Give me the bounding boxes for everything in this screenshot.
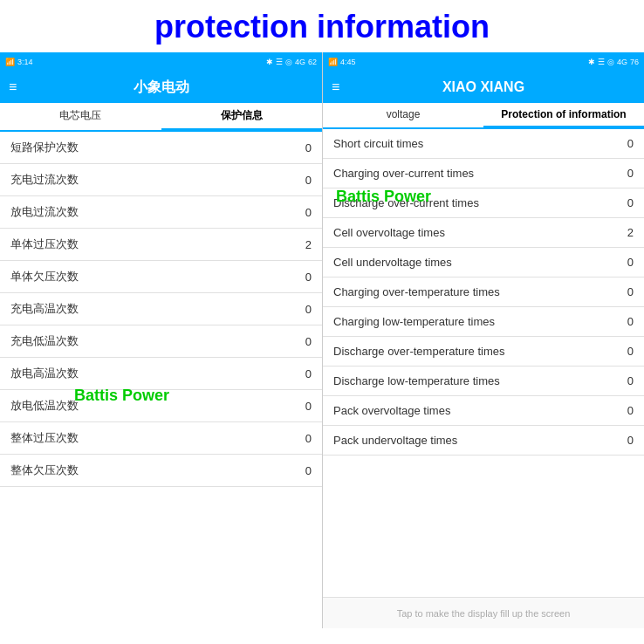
left-row-8-value: 0	[294, 400, 312, 413]
footer-tap-area[interactable]: Tap to make the display fill up the scre…	[323, 597, 644, 628]
page-title: protection information	[0, 0, 644, 52]
left-row-9-value: 0	[294, 432, 312, 445]
right-row-2-label: Discharge over-current times	[333, 196, 616, 209]
right-row-6-label: Charging low-temperature times	[333, 315, 616, 328]
left-menu-icon[interactable]: ≡	[9, 79, 17, 95]
left-status-bar: 📶 3:14 ✱ ☰ ◎ 4G 62	[0, 52, 322, 72]
table-row: Discharge over-temperature times 0	[323, 337, 644, 367]
left-data-list: 短路保护次数 0 充电过流次数 0 放电过流次数 0 单体过压次数 2 单体欠压…	[0, 132, 322, 628]
table-row: 充电过流次数 0	[0, 164, 322, 196]
table-row: Short circuit times 0	[323, 129, 644, 159]
table-row: 单体过压次数 2	[0, 229, 322, 261]
left-battery-icon: 62	[308, 58, 317, 66]
left-4g-icon: 4G	[295, 58, 305, 66]
table-row: Discharge over-current times 0	[323, 188, 644, 218]
table-row: Pack overvoltage times 0	[323, 396, 644, 426]
table-row: Pack undervoltage times 0	[323, 426, 644, 456]
right-row-3-label: Cell overvoltage times	[333, 226, 616, 239]
right-status-icons: ✱ ☰ ◎ 4G 76	[588, 58, 639, 66]
right-row-0-value: 0	[616, 137, 634, 150]
left-bt-icon: ✱	[266, 58, 273, 66]
right-row-10-label: Pack undervoltage times	[333, 434, 616, 447]
right-tab-voltage[interactable]: voltage	[323, 103, 483, 127]
table-row: 充电高温次数 0	[0, 293, 322, 325]
left-time: 3:14	[17, 58, 33, 66]
left-status-signal: 📶 3:14	[5, 58, 33, 66]
right-header-title: XIAO XIANG	[442, 79, 524, 95]
right-row-8-label: Discharge low-temperature times	[333, 374, 616, 387]
left-row-1-label: 充电过流次数	[10, 172, 294, 188]
right-row-4-label: Cell undervoltage times	[333, 256, 616, 269]
right-row-5-label: Charging over-temperature times	[333, 285, 616, 298]
right-row-6-value: 0	[616, 315, 634, 328]
right-tab-row: voltage Protection of information	[323, 103, 644, 129]
left-row-10-label: 整体欠压次数	[10, 462, 294, 478]
right-row-10-value: 0	[616, 434, 634, 447]
left-tab-row: 电芯电压 保护信息	[0, 103, 322, 132]
left-row-4-label: 单体欠压次数	[10, 269, 294, 284]
right-signal-icon: 📶	[328, 58, 338, 66]
left-row-7-value: 0	[294, 367, 312, 380]
right-row-1-label: Charging over-current times	[333, 167, 616, 180]
right-row-0-label: Short circuit times	[333, 137, 616, 150]
left-row-0-value: 0	[294, 141, 312, 154]
left-row-7-label: 放电高温次数	[10, 366, 294, 381]
table-row: 整体欠压次数 0	[0, 455, 322, 487]
left-alarm-icon: ☰	[276, 58, 283, 66]
left-row-10-value: 0	[294, 464, 312, 477]
table-row: 放电过流次数 0	[0, 196, 322, 229]
left-row-2-label: 放电过流次数	[10, 204, 294, 220]
table-row: Charging low-temperature times 0	[323, 307, 644, 337]
right-time: 4:45	[340, 58, 356, 66]
table-row: 充电低温次数 0	[0, 325, 322, 358]
left-row-0-label: 短路保护次数	[10, 140, 294, 155]
right-alarm-icon: ☰	[598, 58, 605, 66]
left-row-5-value: 0	[294, 303, 312, 316]
right-row-1-value: 0	[616, 167, 634, 180]
left-row-3-value: 2	[294, 238, 312, 251]
right-row-7-value: 0	[616, 345, 634, 358]
left-panel: 📶 3:14 ✱ ☰ ◎ 4G 62 ≡ 小象电动 电芯电压 保护信息 短路保护…	[0, 52, 323, 628]
right-tab-protection[interactable]: Protection of information	[483, 103, 644, 127]
left-row-6-label: 充电低温次数	[10, 333, 294, 349]
left-tab-voltage[interactable]: 电芯电压	[0, 103, 161, 130]
right-row-5-value: 0	[616, 285, 634, 298]
right-row-8-value: 0	[616, 374, 634, 387]
left-status-icons: ✱ ☰ ◎ 4G 62	[266, 58, 317, 66]
right-status-bar: 📶 4:45 ✱ ☰ ◎ 4G 76	[323, 52, 644, 72]
left-row-3-label: 单体过压次数	[10, 236, 294, 252]
left-row-8-label: 放电低温次数	[10, 398, 294, 414]
left-app-header: ≡ 小象电动	[0, 72, 322, 103]
table-row: 放电低温次数 0	[0, 390, 322, 422]
left-header-title: 小象电动	[134, 79, 189, 97]
right-row-2-value: 0	[616, 196, 634, 209]
left-row-5-label: 充电高温次数	[10, 301, 294, 317]
table-row: 整体过压次数 0	[0, 422, 322, 455]
right-menu-icon[interactable]: ≡	[332, 79, 339, 95]
right-row-3-value: 2	[616, 226, 634, 239]
right-row-9-label: Pack overvoltage times	[333, 404, 616, 417]
right-4g-icon: 4G	[617, 58, 627, 66]
table-row: Charging over-current times 0	[323, 159, 644, 188]
right-data-list: Short circuit times 0 Charging over-curr…	[323, 129, 644, 597]
footer-tap-label: Tap to make the display fill up the scre…	[397, 608, 571, 619]
left-row-6-value: 0	[294, 335, 312, 348]
left-signal-icon: 📶	[5, 58, 15, 66]
right-bt-icon: ✱	[588, 58, 595, 66]
table-row: 单体欠压次数 0	[0, 261, 322, 293]
left-row-2-value: 0	[294, 206, 312, 219]
table-row: Cell undervoltage times 0	[323, 248, 644, 277]
right-panel: 📶 4:45 ✱ ☰ ◎ 4G 76 ≡ XIAO XIANG voltage	[323, 52, 644, 628]
left-row-1-value: 0	[294, 174, 312, 187]
left-row-9-label: 整体过压次数	[10, 430, 294, 446]
left-row-4-value: 0	[294, 271, 312, 284]
table-row: 短路保护次数 0	[0, 132, 322, 164]
table-row: Cell overvoltage times 2	[323, 218, 644, 248]
right-row-7-label: Discharge over-temperature times	[333, 345, 616, 358]
left-wifi-icon: ◎	[285, 58, 292, 66]
table-row: 放电高温次数 0	[0, 358, 322, 390]
right-app-header: ≡ XIAO XIANG	[323, 72, 644, 103]
right-row-9-value: 0	[616, 404, 634, 417]
table-row: Charging over-temperature times 0	[323, 277, 644, 307]
left-tab-protection[interactable]: 保护信息	[161, 103, 323, 130]
